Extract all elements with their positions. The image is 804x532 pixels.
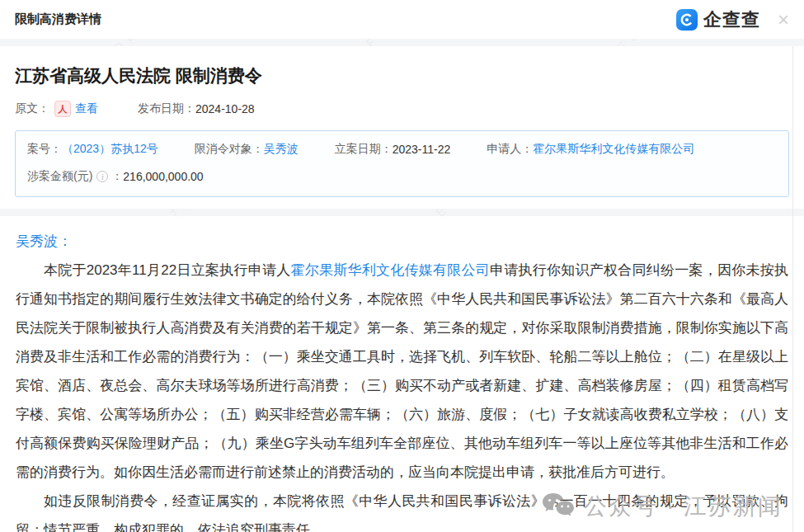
window-header: 限制高消费详情 企查查 ×: [0, 0, 804, 39]
document-title: 江苏省高级人民法院 限制消费令: [15, 64, 789, 87]
applicant-link[interactable]: 霍尔果斯华利文化传媒有限公司: [533, 142, 694, 157]
divider-band: [0, 209, 804, 216]
view-original-link[interactable]: 查看: [75, 101, 98, 116]
document-body: 吴秀波： 本院于2023年11月22日立案执行申请人霍尔果斯华利文化传媒有限公司…: [16, 227, 788, 532]
summary-card: 江苏省高级人民法院 限制消费令 原文： 人 查看 发布日期： 2024-10-2…: [0, 46, 804, 209]
info-icon[interactable]: i: [96, 171, 108, 182]
publish-date-label: 发布日期：: [138, 101, 195, 116]
case-no-group: 案号： （2023）苏执12号: [27, 142, 158, 157]
document-body-card: 吴秀波： 本院于2023年11月22日立案执行申请人霍尔果斯华利文化传媒有限公司…: [0, 216, 804, 532]
applicant-group: 申请人： 霍尔果斯华利文化传媒有限公司: [487, 142, 694, 157]
body-paragraph-1: 本院于2023年11月22日立案执行申请人霍尔果斯华利文化传媒有限公司申请执行你…: [16, 256, 788, 487]
amount-colon: ：: [111, 169, 123, 184]
brand-area: 企查查 ×: [676, 7, 789, 32]
qichacha-logo-icon: [676, 9, 698, 31]
pdf-icon[interactable]: 人: [54, 101, 71, 117]
divider-band: [0, 39, 804, 46]
original-label: 原文：: [15, 101, 49, 116]
filing-date-group: 立案日期： 2023-11-22: [335, 142, 451, 157]
original-group: 原文： 人 查看: [15, 101, 98, 117]
amount-group: 涉案金额(元) i ： 216,000,000.00: [27, 169, 204, 184]
filing-date-label: 立案日期：: [335, 142, 393, 157]
case-info-box: 案号： （2023）苏执12号 限消令对象： 吴秀波 立案日期： 2023-11…: [15, 130, 789, 197]
page-title: 限制高消费详情: [15, 12, 101, 27]
case-row-2: 涉案金额(元) i ： 216,000,000.00: [27, 169, 777, 184]
target-group: 限消令对象： 吴秀波: [195, 142, 299, 157]
case-row-1: 案号： （2023）苏执12号 限消令对象： 吴秀波 立案日期： 2023-11…: [27, 142, 777, 157]
scrollbar-track[interactable]: [792, 46, 793, 532]
amount-value: 216,000,000.00: [123, 170, 203, 183]
paragraph-1-suffix: 申请执行你知识产权合同纠纷一案，因你未按执行通知书指定的期间履行生效法律文书确定…: [16, 262, 788, 480]
meta-row: 原文： 人 查看 发布日期： 2024-10-28: [15, 101, 789, 117]
publish-date-value: 2024-10-28: [195, 102, 255, 115]
brand-name: 企查查: [703, 7, 760, 32]
publish-date-group: 发布日期： 2024-10-28: [138, 101, 255, 116]
case-no-link[interactable]: （2023）苏执12号: [62, 142, 158, 157]
applicant-inline-link[interactable]: 霍尔果斯华利文化传媒有限公司: [290, 262, 490, 278]
amount-label: 涉案金额(元): [27, 169, 92, 184]
case-no-label: 案号：: [27, 142, 62, 157]
applicant-label: 申请人：: [487, 142, 533, 157]
target-link[interactable]: 吴秀波: [264, 142, 299, 157]
paragraph-1-prefix: 本院于2023年11月22日立案执行申请人: [44, 262, 290, 278]
addressee-link[interactable]: 吴秀波：: [16, 227, 788, 256]
filing-date-value: 2023-11-22: [393, 143, 451, 156]
body-paragraph-2: 如违反限制消费令，经查证属实的，本院将依照《中华人民共和国民事诉讼法》第一百一十…: [16, 487, 788, 532]
close-icon[interactable]: ×: [778, 10, 789, 30]
target-label: 限消令对象：: [195, 142, 264, 157]
